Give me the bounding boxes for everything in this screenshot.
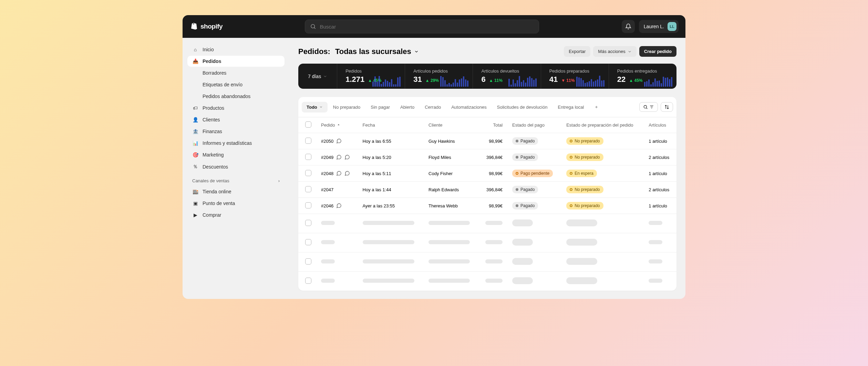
stat-delta: ▲ 29% bbox=[425, 78, 439, 83]
create-order-button[interactable]: Crear pedido bbox=[639, 46, 676, 57]
column-date[interactable]: Fecha bbox=[358, 117, 424, 133]
chevron-right-icon[interactable]: › bbox=[278, 178, 280, 183]
column-order[interactable]: Pedido bbox=[316, 117, 358, 133]
tab-entrega-local[interactable]: Entrega local bbox=[553, 102, 589, 112]
row-checkbox[interactable] bbox=[305, 186, 311, 192]
fulfillment-badge-unfulfilled: No preparado bbox=[566, 202, 603, 209]
sparkline-chart bbox=[508, 76, 537, 87]
nav-orders[interactable]: 📥Pedidos bbox=[187, 56, 285, 67]
tab-todo[interactable]: Todo bbox=[302, 102, 328, 112]
order-row[interactable]: #2047 Hoy a las 1:44 Ralph Edwards 396,8… bbox=[298, 182, 676, 198]
order-row[interactable]: #2048 Hoy a las 5:11 Cody Fisher 98,99€ … bbox=[298, 165, 676, 182]
fulfillment-badge-unfulfilled: No preparado bbox=[566, 137, 603, 145]
search-icon bbox=[310, 23, 316, 30]
sort-button[interactable] bbox=[661, 102, 673, 112]
note-icon bbox=[336, 154, 342, 160]
tab-automatizaciones[interactable]: Automatizaciones bbox=[446, 102, 492, 112]
sparkline-chart bbox=[372, 76, 401, 87]
stat-value: 6 bbox=[481, 75, 485, 84]
stat-label: Pedidos preparados bbox=[549, 68, 600, 74]
chevron-down-icon bbox=[319, 105, 323, 109]
nav-buy[interactable]: ▶Comprar bbox=[187, 209, 285, 220]
row-checkbox[interactable] bbox=[305, 154, 311, 160]
row-checkbox[interactable] bbox=[305, 239, 311, 245]
row-checkbox[interactable] bbox=[305, 138, 311, 144]
stat-card[interactable]: Pedidos preparados 41 ▼ 11% bbox=[541, 64, 609, 89]
orders-table: Pedido Fecha Cliente Total Estado del pa… bbox=[298, 117, 676, 291]
order-date: Hoy a las 1:44 bbox=[358, 182, 424, 198]
search-filter-button[interactable] bbox=[639, 102, 658, 112]
search-field[interactable] bbox=[320, 24, 534, 30]
nav-marketing[interactable]: 🎯Marketing bbox=[187, 149, 285, 160]
row-checkbox[interactable] bbox=[305, 220, 311, 226]
nav-finance[interactable]: 🏦Finanzas bbox=[187, 126, 285, 137]
tab-solicitudes-de-devolución[interactable]: Solicitudes de devolución bbox=[492, 102, 552, 112]
nav-discounts[interactable]: ％Descuentos bbox=[187, 161, 285, 173]
tab-no-preparado[interactable]: No preparado bbox=[328, 102, 365, 112]
nav-pos[interactable]: ▣Punto de venta bbox=[187, 198, 285, 209]
nav-customers[interactable]: 👤Clientes bbox=[187, 114, 285, 125]
nav-online-store[interactable]: 🏬Tienda online bbox=[187, 186, 285, 197]
order-id: #2047 bbox=[321, 187, 333, 192]
person-icon: 👤 bbox=[192, 117, 198, 122]
sparkline-chart bbox=[576, 76, 604, 87]
home-icon: ⌂ bbox=[192, 47, 198, 52]
row-checkbox[interactable] bbox=[305, 202, 311, 208]
nav-analytics[interactable]: 📊Informes y estadísticas bbox=[187, 138, 285, 149]
select-all-checkbox[interactable] bbox=[305, 121, 311, 128]
user-menu[interactable]: Lauren L. LL bbox=[639, 20, 679, 33]
stat-delta: ▲ 45% bbox=[629, 78, 642, 83]
order-items: 2 artículos bbox=[644, 182, 676, 198]
search-input[interactable] bbox=[305, 20, 539, 33]
sort-icon bbox=[664, 105, 669, 109]
stat-card[interactable]: Pedidos 1.271 ▲ 45% bbox=[337, 64, 405, 89]
sort-asc-icon bbox=[337, 123, 340, 127]
row-checkbox[interactable] bbox=[305, 278, 311, 284]
order-id: #2048 bbox=[321, 171, 333, 176]
column-total[interactable]: Total bbox=[478, 117, 507, 133]
note-icon bbox=[336, 138, 342, 144]
column-payment[interactable]: Estado del pago bbox=[507, 117, 561, 133]
add-view-button[interactable]: ＋ bbox=[589, 101, 603, 113]
row-checkbox[interactable] bbox=[305, 170, 311, 176]
stat-value: 1.271 bbox=[345, 75, 364, 84]
order-row[interactable]: #2050 Hoy a las 6:55 Guy Hawkins 98,99€ … bbox=[298, 133, 676, 149]
discount-icon: ％ bbox=[192, 164, 198, 170]
tab-cerrado[interactable]: Cerrado bbox=[420, 102, 446, 112]
period-selector[interactable]: 7 días bbox=[298, 64, 337, 89]
order-id: #2049 bbox=[321, 155, 333, 160]
tab-sin-pagar[interactable]: Sin pagar bbox=[366, 102, 395, 112]
nav-drafts[interactable]: Borradores bbox=[187, 67, 285, 78]
column-customer[interactable]: Cliente bbox=[424, 117, 478, 133]
export-button[interactable]: Exportar bbox=[564, 46, 590, 57]
order-date: Hoy a las 5:20 bbox=[358, 149, 424, 165]
tab-abierto[interactable]: Abierto bbox=[395, 102, 419, 112]
nav-home[interactable]: ⌂Inicio bbox=[187, 44, 285, 55]
stat-card[interactable]: Pedidos entregados 22 ▲ 45% bbox=[609, 64, 676, 89]
column-fulfillment[interactable]: Estado de preparación del pedido bbox=[561, 117, 644, 133]
column-items[interactable]: Artículos bbox=[644, 117, 676, 133]
more-actions-button[interactable]: Más acciones bbox=[593, 46, 636, 57]
stat-card[interactable]: Artículos devueltos 6 ▲ 11% bbox=[473, 64, 541, 89]
order-row[interactable]: #2049 Hoy a las 5:20 Floyd Miles 396,84€… bbox=[298, 149, 676, 165]
svg-point-2 bbox=[644, 105, 647, 108]
notifications-button[interactable] bbox=[622, 20, 635, 33]
nav-products[interactable]: 🏷Productos bbox=[187, 103, 285, 114]
svg-line-1 bbox=[314, 28, 316, 29]
target-icon: 🎯 bbox=[192, 152, 198, 158]
location-filter[interactable]: Todas las sucursales bbox=[335, 47, 419, 56]
stat-label: Artículos devueltos bbox=[481, 68, 532, 74]
order-customer: Guy Hawkins bbox=[424, 133, 478, 149]
order-id: #2050 bbox=[321, 139, 333, 144]
nav-abandoned[interactable]: Pedidos abandonados bbox=[187, 91, 285, 102]
stat-delta: ▲ 11% bbox=[489, 78, 503, 83]
order-row[interactable]: #2046 Ayer a las 23:55 Theresa Webb 98,9… bbox=[298, 198, 676, 214]
row-checkbox[interactable] bbox=[305, 258, 311, 265]
top-header: shopify Lauren L. LL bbox=[183, 15, 685, 38]
stat-card[interactable]: Artículos pedidos 31 ▲ 29% bbox=[405, 64, 473, 89]
buy-icon: ▶ bbox=[192, 212, 198, 218]
payment-badge-paid: Pagado bbox=[512, 202, 538, 209]
nav-shipping-labels[interactable]: Etiquetas de envío bbox=[187, 79, 285, 90]
orders-icon: 📥 bbox=[192, 58, 198, 64]
brand-logo[interactable]: shopify bbox=[189, 22, 223, 31]
